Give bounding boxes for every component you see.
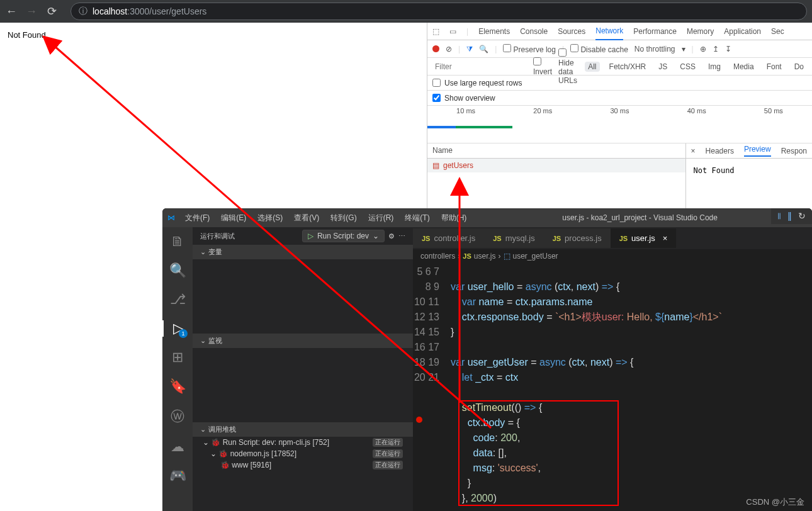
- network-filter-bar: Invert Hide data URLs All Fetch/XHR JS C…: [427, 58, 812, 76]
- detail-tab-response[interactable]: Respon: [781, 147, 807, 155]
- invert-checkbox[interactable]: Invert: [533, 57, 552, 76]
- tab-console[interactable]: Console: [520, 23, 548, 40]
- menu-terminal[interactable]: 终端(T): [400, 211, 434, 225]
- filter-doc[interactable]: Do: [791, 62, 807, 72]
- filter-all[interactable]: All: [585, 62, 599, 72]
- tab-controller[interactable]: JScontroller.js: [413, 228, 484, 248]
- tab-security[interactable]: Sec: [771, 23, 784, 40]
- search-icon[interactable]: 🔍: [479, 45, 488, 53]
- menu-run[interactable]: 运行(R): [363, 211, 399, 225]
- disable-cache[interactable]: Disable cache: [570, 44, 628, 54]
- tab-process[interactable]: JSprocess.js: [544, 228, 611, 248]
- window-title: user.js - koa2_url_project - Visual Stud…: [473, 213, 807, 222]
- close-icon[interactable]: ×: [663, 233, 668, 243]
- network-timeline[interactable]: 10 ms 20 ms 30 ms 40 ms 50 ms: [427, 106, 812, 143]
- menu-file[interactable]: 文件(F): [180, 211, 215, 225]
- debug-icon[interactable]: ▷1: [162, 320, 193, 337]
- tab-mysql[interactable]: JSmysql.js: [484, 228, 543, 248]
- pause-icon[interactable]: ‖: [787, 211, 792, 222]
- record-button[interactable]: [432, 45, 439, 52]
- callstack-item[interactable]: ⌄ 🐞 Run Script: dev: npm-cli.js [752]正在运…: [193, 437, 413, 448]
- game-icon[interactable]: 🎮: [169, 468, 186, 484]
- callstack-item[interactable]: ⌄ 🐞 nodemon.js [17852]正在运行: [193, 448, 413, 459]
- vscode-logo-icon: ⋈: [167, 213, 175, 222]
- detail-tab-preview[interactable]: Preview: [744, 145, 771, 157]
- detail-tab-headers[interactable]: Headers: [706, 147, 734, 155]
- filter-css[interactable]: CSS: [677, 62, 699, 72]
- breadcrumb[interactable]: controllers › JS user.js › ⬚ user_getUse…: [413, 249, 812, 263]
- name-column-header[interactable]: Name: [427, 143, 685, 159]
- gear-icon[interactable]: ⚙: [388, 232, 395, 240]
- extensions-icon[interactable]: ⊞: [172, 349, 183, 366]
- tab-elements[interactable]: Elements: [478, 23, 510, 40]
- filter-icon[interactable]: ⧩: [466, 45, 473, 53]
- chevron-down-icon[interactable]: ⌄: [373, 232, 379, 240]
- filter-font[interactable]: Font: [764, 62, 785, 72]
- site-info-icon[interactable]: ⓘ: [79, 6, 87, 17]
- run-config-select[interactable]: ▷ Run Script: dev ⌄: [302, 230, 385, 242]
- tab-network[interactable]: Network: [595, 23, 623, 40]
- forward-button[interactable]: →: [25, 5, 38, 18]
- dropdown-icon[interactable]: ▾: [682, 45, 685, 53]
- section-watch[interactable]: ⌄监视: [193, 334, 413, 348]
- watermark: CSDN @小三金: [746, 497, 804, 508]
- download-icon[interactable]: ↧: [725, 45, 731, 53]
- browser-toolbar: ← → ⟳ ⓘ localhost:3000/user/getUsers: [0, 0, 812, 23]
- reload-button[interactable]: ⟳: [45, 4, 58, 18]
- wakatime-icon[interactable]: ⓦ: [171, 407, 184, 426]
- scm-icon[interactable]: ⎇: [170, 291, 186, 308]
- menu-edit[interactable]: 编辑(E): [216, 211, 251, 225]
- devtools-tabs: ⬚ ▭ | Elements Console Sources Network P…: [427, 23, 812, 40]
- tab-user[interactable]: JSuser.js×: [611, 228, 677, 248]
- menu-view[interactable]: 查看(V): [289, 211, 324, 225]
- section-variables[interactable]: ⌄变量: [193, 245, 413, 259]
- restart-icon[interactable]: ↻: [798, 211, 806, 222]
- inspect-icon[interactable]: ⬚: [432, 27, 439, 36]
- upload-icon[interactable]: ↥: [713, 45, 719, 53]
- breakpoint-icon[interactable]: [416, 417, 422, 423]
- debug-toolbar: ⦀ ‖ ↻: [771, 208, 812, 224]
- bookmark-icon[interactable]: 🔖: [169, 378, 186, 395]
- code-editor[interactable]: 5 6 7 8 9 10 11 12 13 14 15 16 17 18 19 …: [413, 263, 812, 511]
- explorer-icon[interactable]: 🗎: [171, 233, 184, 250]
- large-rows-checkbox[interactable]: [432, 79, 441, 87]
- search-icon[interactable]: 🔍: [169, 262, 186, 279]
- url-host: localhost: [93, 6, 127, 16]
- filter-img[interactable]: Img: [705, 62, 724, 72]
- preserve-log[interactable]: Preserve log: [503, 44, 556, 54]
- filter-fetch[interactable]: Fetch/XHR: [606, 62, 650, 72]
- continue-icon[interactable]: ⦀: [777, 211, 781, 222]
- editor-area: JScontroller.js JSmysql.js JSprocess.js …: [413, 227, 812, 511]
- activity-bar: 🗎 🔍 ⎇ ▷1 ⊞ 🔖 ⓦ ☁ 🎮: [162, 227, 193, 511]
- show-overview-checkbox[interactable]: [432, 94, 441, 102]
- play-icon[interactable]: ▷: [308, 232, 313, 240]
- tab-performance[interactable]: Performance: [633, 23, 677, 40]
- account-icon[interactable]: ☁: [171, 439, 184, 455]
- tab-sources[interactable]: Sources: [558, 23, 585, 40]
- tab-memory[interactable]: Memory: [687, 23, 714, 40]
- request-list: Name ▤ getUsers: [427, 143, 686, 208]
- close-icon[interactable]: ×: [691, 147, 696, 155]
- more-icon[interactable]: ⋯: [398, 232, 405, 240]
- preview-content: Not Found: [686, 159, 812, 182]
- url-bar[interactable]: ⓘ localhost:3000/user/getUsers: [70, 3, 807, 20]
- request-row-getusers[interactable]: ▤ getUsers: [427, 159, 685, 172]
- menu-help[interactable]: 帮助(H): [436, 211, 472, 225]
- device-icon[interactable]: ▭: [449, 27, 456, 36]
- filter-input[interactable]: [432, 61, 527, 72]
- back-button[interactable]: ←: [5, 5, 18, 18]
- clear-button[interactable]: ⊘: [446, 45, 452, 53]
- throttling-select[interactable]: No throttling: [634, 45, 675, 53]
- line-gutter: 5 6 7 8 9 10 11 12 13 14 15 16 17 18 19 …: [413, 263, 451, 511]
- network-toolbar: ⊘ | ⧩ 🔍 | Preserve log | Disable cache N…: [427, 40, 812, 58]
- wifi-icon[interactable]: ⊕: [700, 45, 706, 53]
- filter-js[interactable]: JS: [655, 62, 670, 72]
- callstack-item[interactable]: 🐞 www [5916]正在运行: [193, 459, 413, 471]
- section-callstack[interactable]: ⌄调用堆栈: [193, 422, 413, 437]
- large-rows-row: Use large request rows: [427, 76, 812, 91]
- tab-application[interactable]: Application: [724, 23, 761, 40]
- menu-select[interactable]: 选择(S): [252, 211, 288, 225]
- show-overview-row: Show overview: [427, 91, 812, 106]
- filter-media[interactable]: Media: [730, 62, 757, 72]
- menu-goto[interactable]: 转到(G): [325, 211, 361, 225]
